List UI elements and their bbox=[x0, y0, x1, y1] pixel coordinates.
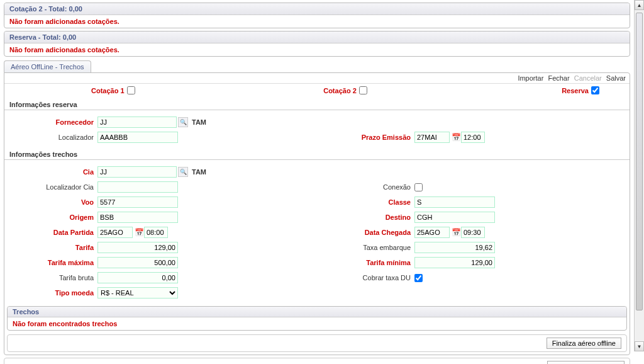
tarifamax-input[interactable] bbox=[97, 257, 178, 268]
origem-input[interactable] bbox=[97, 212, 178, 223]
conexao-checkbox[interactable] bbox=[414, 183, 423, 191]
prazo-label: Prazo Emissão bbox=[326, 134, 414, 141]
tab-aereo-offline[interactable]: Aéreo OffLine - Trechos bbox=[4, 60, 91, 72]
cotacao1-label: Cotação 1 bbox=[91, 87, 125, 94]
reserva-label: Reserva bbox=[562, 87, 589, 94]
main-form-panel: Importar Fechar Cancelar Salvar Cotação … bbox=[4, 72, 630, 355]
voo-label: Voo bbox=[9, 198, 97, 206]
fechar-link[interactable]: Fechar bbox=[548, 74, 569, 82]
scroll-up-button[interactable]: ▲ bbox=[635, 0, 644, 10]
chegada-time-input[interactable] bbox=[461, 227, 485, 238]
salvar-link[interactable]: Salvar bbox=[606, 74, 626, 82]
moeda-select[interactable]: R$ - REAL bbox=[97, 287, 178, 299]
vertical-scrollbar[interactable]: ▲ ▼ bbox=[634, 0, 644, 351]
cobrar-label: Cobrar taxa DU bbox=[326, 274, 414, 282]
tarifa-label: Tarifa bbox=[9, 244, 97, 251]
cia-input[interactable] bbox=[97, 166, 177, 178]
scroll-down-button[interactable]: ▼ bbox=[635, 341, 644, 351]
tarifa-input[interactable] bbox=[97, 242, 178, 253]
cancelar-link: Cancelar bbox=[574, 74, 602, 82]
tarifamax-label: Tarifa máxima bbox=[9, 259, 97, 266]
tarifamin-label: Tarifa mínima bbox=[326, 259, 414, 266]
localizador-label: Localizador bbox=[9, 134, 97, 141]
tarifabruta-input[interactable] bbox=[97, 272, 178, 283]
reserva-checkbox[interactable] bbox=[591, 86, 599, 94]
cotacao2-empty-msg: Não foram adicionadas cotações. bbox=[9, 18, 119, 25]
partida-calendar-icon[interactable]: 📅 bbox=[134, 227, 144, 237]
scroll-thumb[interactable] bbox=[636, 13, 643, 310]
section-info-reserva: Informações reserva bbox=[4, 100, 630, 110]
cia-label: Cia bbox=[9, 168, 97, 176]
trechos-empty-msg: Não foram encontrados trechos bbox=[13, 320, 117, 327]
taxa-input[interactable] bbox=[414, 242, 495, 253]
cotacao2-checkbox[interactable] bbox=[359, 86, 367, 94]
cotacao2-header: Cotação 2 - Total: 0,00 bbox=[4, 3, 630, 15]
form-toolbar: Importar Fechar Cancelar Salvar bbox=[4, 73, 630, 84]
trechos-sub-panel: Trechos Não foram encontrados trechos bbox=[7, 306, 627, 331]
voo-input[interactable] bbox=[97, 196, 178, 208]
importar-link[interactable]: Importar bbox=[518, 74, 543, 82]
partida-time-input[interactable] bbox=[144, 227, 168, 238]
cotacao2-label: Cotação 2 bbox=[323, 87, 357, 94]
trechos-sub-header: Trechos bbox=[8, 307, 626, 317]
origem-label: Origem bbox=[9, 213, 97, 221]
moeda-label: Tipo moeda bbox=[9, 289, 97, 297]
partida-date-input[interactable] bbox=[97, 227, 133, 238]
taxa-label: Taxa embarque bbox=[326, 244, 414, 251]
destino-input[interactable] bbox=[414, 212, 495, 223]
loccia-label: Localizador Cia bbox=[9, 183, 97, 191]
reserva-empty-msg: Não foram adicionadas cotações. bbox=[9, 46, 119, 54]
destino-label: Destino bbox=[326, 213, 414, 221]
fornecedor-lookup-icon[interactable]: 🔍 bbox=[178, 117, 188, 127]
chegada-date-input[interactable] bbox=[414, 227, 450, 238]
fornecedor-label: Fornecedor bbox=[9, 118, 97, 126]
chegada-calendar-icon[interactable]: 📅 bbox=[451, 227, 461, 237]
loccia-input[interactable] bbox=[97, 181, 178, 193]
partida-label: Data Partida bbox=[9, 229, 97, 236]
classe-input[interactable] bbox=[414, 196, 495, 208]
chegada-label: Data Chegada bbox=[326, 229, 414, 236]
fornecedor-input[interactable] bbox=[97, 117, 177, 128]
tarifamin-input[interactable] bbox=[414, 257, 495, 268]
finaliza-aereo-button[interactable]: Finaliza aéreo offline bbox=[547, 338, 621, 349]
reserva-header: Reserva - Total: 0,00 bbox=[4, 31, 630, 43]
prazo-calendar-icon[interactable]: 📅 bbox=[451, 132, 461, 142]
cobrar-checkbox[interactable] bbox=[414, 274, 423, 282]
prazo-time-input[interactable] bbox=[461, 132, 485, 143]
conexao-label: Conexão bbox=[326, 183, 414, 191]
fornecedor-name: TAM bbox=[192, 118, 206, 126]
reserva-panel: Reserva - Total: 0,00 Não foram adiciona… bbox=[4, 31, 630, 57]
cia-lookup-icon[interactable]: 🔍 bbox=[178, 167, 188, 177]
section-info-trechos: Informações trechos bbox=[4, 149, 630, 160]
finalizar-atendimento-button[interactable]: Finalizar atendimento bbox=[547, 361, 625, 364]
tarifabruta-label: Tarifa bruta bbox=[9, 274, 97, 282]
prazo-date-input[interactable] bbox=[414, 132, 450, 143]
cotacao2-panel: Cotação 2 - Total: 0,00 Não foram adicio… bbox=[4, 3, 630, 28]
classe-label: Classe bbox=[326, 198, 414, 206]
cia-name: TAM bbox=[192, 168, 206, 176]
cotacao1-checkbox[interactable] bbox=[127, 86, 135, 94]
localizador-input[interactable] bbox=[97, 132, 178, 143]
